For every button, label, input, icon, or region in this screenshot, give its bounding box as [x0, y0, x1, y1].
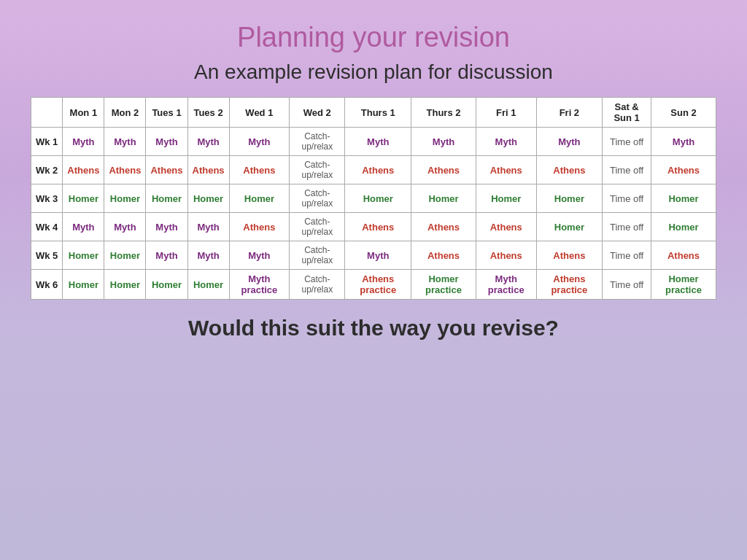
cell-r0-c4: Myth [229, 128, 290, 156]
cell-r3-c7: Athens [411, 213, 476, 241]
cell-r3-c0: Myth [63, 213, 104, 241]
cell-r5-c6: Athens practice [345, 270, 411, 300]
table-row: Wk 3HomerHomerHomerHomerHomerCatch-up/re… [31, 184, 716, 213]
cell-r1-c0: Athens [63, 156, 104, 184]
cell-r3-c1: Myth [104, 213, 146, 241]
col-header-6: Wed 2 [290, 98, 345, 128]
cell-r3-c2: Myth [146, 213, 187, 241]
col-header-2: Mon 2 [104, 98, 146, 128]
col-header-10: Fri 2 [536, 98, 603, 128]
cell-r5-c5: Catch-up/relax [290, 270, 345, 300]
cell-r5-c11: Homer practice [651, 270, 716, 300]
cell-r5-c3: Homer [187, 270, 229, 300]
cell-r2-c3: Homer [187, 184, 229, 213]
cell-r2-c1: Homer [104, 184, 146, 213]
cell-r5-c4: Myth practice [229, 270, 290, 300]
cell-r2-c0: Homer [63, 184, 104, 213]
cell-r0-c9: Myth [536, 128, 603, 156]
cell-r1-c4: Athens [229, 156, 290, 184]
cell-r0-c8: Myth [476, 128, 536, 156]
cell-r4-c2: Myth [146, 241, 187, 270]
col-header-7: Thurs 1 [345, 98, 411, 128]
cell-r3-c6: Athens [345, 213, 411, 241]
table-row: Wk 1MythMythMythMythMythCatch-up/relaxMy… [31, 128, 716, 156]
cell-r3-c11: Homer [651, 213, 716, 241]
row-label-0: Wk 1 [31, 128, 63, 156]
cell-r1-c9: Athens [536, 156, 603, 184]
col-header-3: Tues 1 [146, 98, 187, 128]
cell-r1-c11: Athens [651, 156, 716, 184]
cell-r4-c3: Myth [187, 241, 229, 270]
table-header-row: Mon 1Mon 2Tues 1Tues 2Wed 1Wed 2Thurs 1T… [31, 98, 716, 128]
cell-r4-c10: Time off [603, 241, 651, 270]
table-row: Wk 5HomerHomerMythMythMythCatch-up/relax… [31, 241, 716, 270]
cell-r0-c3: Myth [187, 128, 229, 156]
col-header-1: Mon 1 [63, 98, 104, 128]
cell-r0-c2: Myth [146, 128, 187, 156]
row-label-2: Wk 3 [31, 184, 63, 213]
col-header-8: Thurs 2 [411, 98, 476, 128]
cell-r5-c1: Homer [104, 270, 146, 300]
cell-r4-c1: Homer [104, 241, 146, 270]
col-header-11: Sat & Sun 1 [603, 98, 651, 128]
cell-r2-c8: Homer [476, 184, 536, 213]
cell-r1-c3: Athens [187, 156, 229, 184]
cell-r3-c8: Athens [476, 213, 536, 241]
col-header-5: Wed 1 [229, 98, 290, 128]
cell-r4-c0: Homer [63, 241, 104, 270]
cell-r1-c10: Time off [603, 156, 651, 184]
cell-r0-c6: Myth [345, 128, 411, 156]
cell-r0-c5: Catch-up/relax [290, 128, 345, 156]
cell-r2-c5: Catch-up/relax [290, 184, 345, 213]
cell-r4-c8: Athens [476, 241, 536, 270]
cell-r2-c11: Homer [651, 184, 716, 213]
cell-r0-c7: Myth [411, 128, 476, 156]
cell-r1-c7: Athens [411, 156, 476, 184]
col-header-12: Sun 2 [651, 98, 716, 128]
row-label-3: Wk 4 [31, 213, 63, 241]
cell-r4-c5: Catch-up/relax [290, 241, 345, 270]
col-header-0 [31, 98, 63, 128]
col-header-9: Fri 1 [476, 98, 536, 128]
cell-r0-c10: Time off [603, 128, 651, 156]
cell-r5-c10: Time off [603, 270, 651, 300]
col-header-4: Tues 2 [187, 98, 229, 128]
cell-r1-c6: Athens [345, 156, 411, 184]
table-row: Wk 4MythMythMythMythAthensCatch-up/relax… [31, 213, 716, 241]
cell-r2-c6: Homer [345, 184, 411, 213]
cell-r5-c9: Athens practice [536, 270, 603, 300]
page-title: Planning your revision [237, 22, 510, 53]
cell-r5-c2: Homer [146, 270, 187, 300]
cell-r0-c1: Myth [104, 128, 146, 156]
row-label-4: Wk 5 [31, 241, 63, 270]
table-row: Wk 6HomerHomerHomerHomerMyth practiceCat… [31, 270, 716, 300]
cell-r2-c10: Time off [603, 184, 651, 213]
cell-r4-c11: Athens [651, 241, 716, 270]
cell-r3-c10: Time off [603, 213, 651, 241]
cell-r4-c6: Myth [345, 241, 411, 270]
footer-text: Would this suit the way you revise? [188, 316, 559, 341]
cell-r1-c1: Athens [104, 156, 146, 184]
cell-r4-c4: Myth [229, 241, 290, 270]
cell-r3-c9: Homer [536, 213, 603, 241]
cell-r5-c0: Homer [63, 270, 104, 300]
cell-r2-c4: Homer [229, 184, 290, 213]
cell-r1-c5: Catch-up/relax [290, 156, 345, 184]
revision-plan-table: Mon 1Mon 2Tues 1Tues 2Wed 1Wed 2Thurs 1T… [31, 97, 716, 300]
cell-r2-c7: Homer [411, 184, 476, 213]
cell-r1-c2: Athens [146, 156, 187, 184]
cell-r4-c7: Athens [411, 241, 476, 270]
table-row: Wk 2AthensAthensAthensAthensAthensCatch-… [31, 156, 716, 184]
cell-r0-c11: Myth [651, 128, 716, 156]
cell-r5-c8: Myth practice [476, 270, 536, 300]
cell-r1-c8: Athens [476, 156, 536, 184]
cell-r5-c7: Homer practice [411, 270, 476, 300]
cell-r4-c9: Athens [536, 241, 603, 270]
row-label-5: Wk 6 [31, 270, 63, 300]
cell-r3-c4: Athens [229, 213, 290, 241]
cell-r3-c3: Myth [187, 213, 229, 241]
cell-r3-c5: Catch-up/relax [290, 213, 345, 241]
cell-r2-c2: Homer [146, 184, 187, 213]
row-label-1: Wk 2 [31, 156, 63, 184]
cell-r0-c0: Myth [63, 128, 104, 156]
